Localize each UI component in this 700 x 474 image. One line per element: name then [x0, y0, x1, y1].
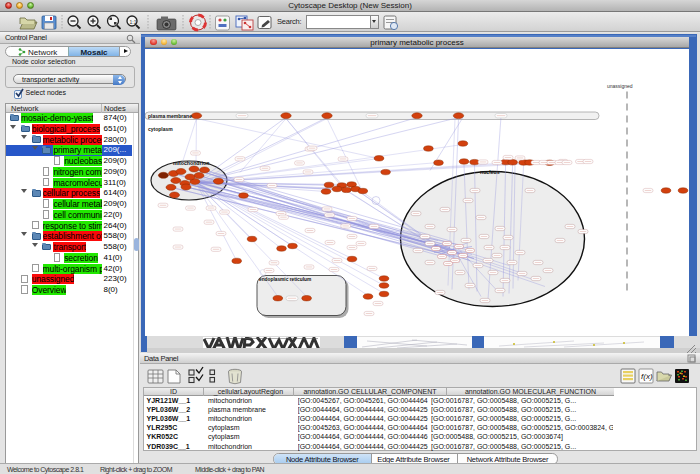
svg-text:plasma membrane: plasma membrane	[148, 112, 192, 118]
svg-text:unassigned: unassigned	[607, 83, 633, 89]
svg-text:f(x): f(x)	[641, 372, 653, 381]
svg-text:endoplasmic reticulum: endoplasmic reticulum	[259, 277, 311, 282]
svg-text:cytoplasm: cytoplasm	[148, 125, 173, 131]
svg-text:nucleus: nucleus	[480, 169, 500, 175]
svg-text:1:1: 1:1	[130, 19, 137, 25]
svg-text:mitochondrion: mitochondrion	[173, 159, 209, 165]
